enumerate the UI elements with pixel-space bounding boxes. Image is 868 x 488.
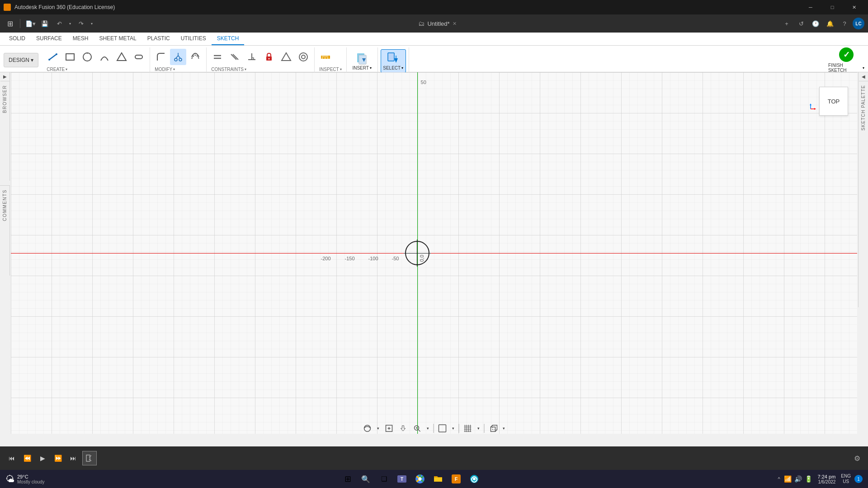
viewcube-tool[interactable] <box>487 422 500 435</box>
document-icon: 🗂 <box>418 20 425 27</box>
clock[interactable]: 7:24 pm 1/6/2022 <box>818 474 836 484</box>
display-mode-tool[interactable] <box>436 422 449 435</box>
skip-back-button[interactable]: ⏮ <box>5 452 18 465</box>
tab-surface[interactable]: SURFACE <box>31 33 67 45</box>
grid-tool[interactable] <box>462 422 474 435</box>
close-button[interactable]: ✕ <box>844 0 864 14</box>
display-dropdown[interactable]: ▾ <box>450 422 457 435</box>
svg-marker-42 <box>810 103 811 105</box>
tab-solid[interactable]: SOLID <box>4 33 31 45</box>
redo-button[interactable]: ↷ <box>75 17 87 30</box>
tab-sketch[interactable]: SKETCH <box>212 33 245 45</box>
save-button[interactable]: 💾 <box>38 17 51 30</box>
zoom-tool[interactable] <box>411 422 424 435</box>
history-button[interactable]: 🕐 <box>809 17 822 30</box>
design-dropdown-button[interactable]: DESIGN ▾ <box>4 53 38 67</box>
notification-badge[interactable]: 1 <box>854 475 863 483</box>
wifi-icon[interactable]: 📶 <box>784 475 792 483</box>
coincident-constraint[interactable] <box>278 49 294 65</box>
taskbar-app-chrome[interactable] <box>412 471 428 487</box>
next-button[interactable]: ⏩ <box>52 452 64 465</box>
help-button[interactable]: ? <box>838 17 851 30</box>
circle-tool[interactable] <box>79 49 95 65</box>
fix-constraint[interactable] <box>261 49 277 65</box>
concentric-constraint[interactable] <box>295 49 311 65</box>
trim-tool[interactable] <box>170 49 186 65</box>
maximize-button[interactable]: □ <box>822 0 843 14</box>
tab-mesh[interactable]: MESH <box>67 33 94 45</box>
create-label[interactable]: CREATE ▾ <box>45 66 69 73</box>
tab-plastic[interactable]: PLASTIC <box>142 33 175 45</box>
modify-label[interactable]: MODIFY ▾ <box>153 66 177 73</box>
skip-fwd-button[interactable]: ⏭ <box>67 452 80 465</box>
orbit-tool[interactable] <box>361 422 374 435</box>
timeline-gear[interactable]: ⚙ <box>852 453 863 464</box>
browser-toggle[interactable]: ▶ <box>0 72 9 81</box>
redo-dropdown[interactable]: ▾ <box>89 17 94 30</box>
app-title: Autodesk Fusion 360 (Education License) <box>14 4 115 10</box>
system-tray-chevron[interactable]: ^ <box>778 476 780 482</box>
add-tab-button[interactable]: + <box>780 17 793 30</box>
x-axis <box>11 253 857 253</box>
pan-tool[interactable] <box>397 422 410 435</box>
equal-constraint[interactable] <box>209 49 226 65</box>
task-view-button[interactable]: ❏ <box>376 471 392 487</box>
finish-sketch-button[interactable]: ✓ FINISH SKETCH ▾ <box>828 47 864 73</box>
taskbar-app-fusion[interactable]: F <box>448 471 464 487</box>
inspect-label[interactable]: INSPECT ▾ <box>317 66 343 73</box>
volume-icon[interactable]: 🔊 <box>794 475 802 483</box>
close-tab-button[interactable]: ✕ <box>453 21 457 27</box>
zoom-dropdown[interactable]: ▾ <box>425 422 431 435</box>
undo-button[interactable]: ↶ <box>53 17 66 30</box>
polygon-tool[interactable] <box>113 49 130 65</box>
parallel-constraint[interactable] <box>226 49 243 65</box>
undo-dropdown[interactable]: ▾ <box>67 17 73 30</box>
weather-temp: 29°C <box>17 474 45 479</box>
search-button[interactable]: 🔍 <box>358 471 374 487</box>
new-file-button[interactable]: 📄▾ <box>24 17 37 30</box>
line-tool[interactable] <box>45 49 61 65</box>
rectangle-tool[interactable] <box>62 49 78 65</box>
view-cube[interactable]: TOP <box>819 87 848 116</box>
prev-button[interactable]: ⏪ <box>21 452 33 465</box>
tab-utilities[interactable]: UTILITIES <box>175 33 212 45</box>
svg-line-11 <box>178 56 180 58</box>
constraints-label[interactable]: CONSTRAINTS ▾ <box>209 66 248 73</box>
system-tray: ^ 📶 🔊 🔋 7:24 pm 1/6/2022 ENG US 1 <box>778 474 863 484</box>
select-button[interactable]: SELECT ▾ <box>381 49 406 73</box>
minimize-button[interactable]: ─ <box>800 0 821 14</box>
app-grid-button[interactable]: ⊞ <box>4 17 16 30</box>
measure-tool[interactable] <box>317 49 334 65</box>
offset-tool[interactable] <box>187 49 203 65</box>
timeline-marker[interactable] <box>82 451 97 465</box>
svg-point-8 <box>175 58 177 61</box>
perpendicular-constraint[interactable] <box>244 49 260 65</box>
sketch-palette-label: SKETCH PALETTE <box>861 81 866 134</box>
titlebar: Autodesk Fusion 360 (Education License) … <box>0 0 868 14</box>
create-tools <box>45 47 147 66</box>
orbit-dropdown[interactable]: ▾ <box>375 422 382 435</box>
taskbar-app-other[interactable] <box>466 471 482 487</box>
tab-sheet-metal[interactable]: SHEET METAL <box>94 33 142 45</box>
ribbon: SOLID SURFACE MESH SHEET METAL PLASTIC U… <box>0 33 868 72</box>
fillet-tool[interactable] <box>153 49 169 65</box>
grid-dropdown[interactable]: ▾ <box>476 422 482 435</box>
notification-button[interactable]: 🔔 <box>824 17 836 30</box>
language-indicator[interactable]: ENG US <box>841 474 851 484</box>
insert-icon <box>356 52 368 65</box>
palette-toggle[interactable]: ◀ <box>859 72 868 81</box>
start-button[interactable]: ⊞ <box>340 471 356 487</box>
arc-tool[interactable] <box>96 49 113 65</box>
document-title-area: 🗂 Untitled* ✕ <box>96 20 778 27</box>
insert-button[interactable]: INSERT ▾ <box>349 49 375 73</box>
taskbar-app-teams[interactable]: T <box>394 471 410 487</box>
fit-tool[interactable] <box>383 422 396 435</box>
battery-icon[interactable]: 🔋 <box>805 475 812 483</box>
refresh-button[interactable]: ↺ <box>795 17 807 30</box>
user-avatar[interactable]: LC <box>853 18 864 29</box>
quick-access-toolbar: ⊞ 📄▾ 💾 ↶ ▾ ↷ ▾ 🗂 Untitled* ✕ + ↺ 🕐 🔔 ? L… <box>0 14 868 33</box>
viewcube-dropdown[interactable]: ▾ <box>501 422 507 435</box>
slot-tool[interactable] <box>131 49 147 65</box>
play-button[interactable]: ▶ <box>36 452 49 465</box>
taskbar-app-explorer[interactable] <box>430 471 446 487</box>
